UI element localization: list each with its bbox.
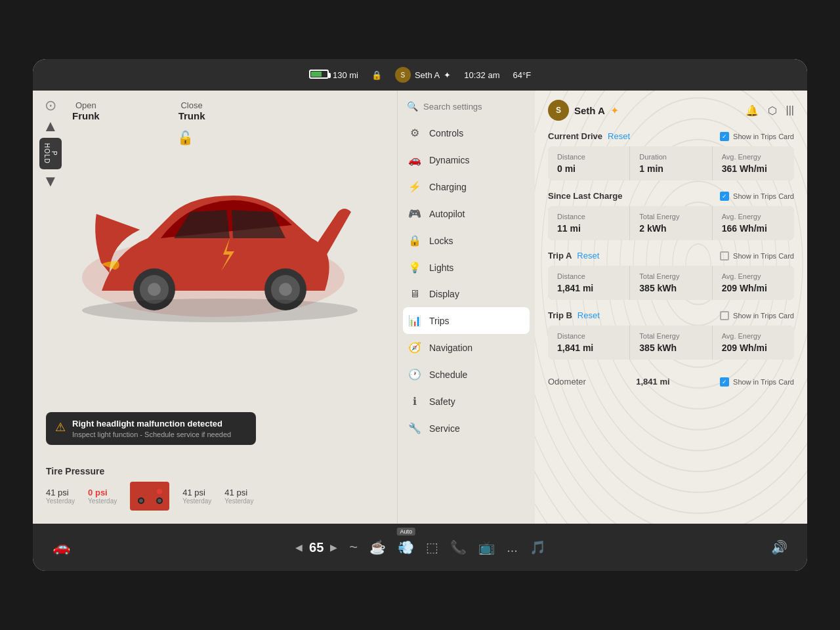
bottom-car-icon[interactable]: 🚗 xyxy=(52,539,70,556)
dynamics-icon: 🚗 xyxy=(408,154,421,166)
trip-b-avg-energy-cell: Avg. Energy 209 Wh/mi xyxy=(713,326,794,360)
current-drive-show-checkbox[interactable]: ✓ Show in Trips Card xyxy=(720,132,794,141)
volume-icon[interactable]: 🔊 xyxy=(771,539,788,555)
trip-a-avg-energy-value: 209 Wh/mi xyxy=(722,283,785,293)
menu-item-display[interactable]: 🖥 Display xyxy=(398,281,535,307)
locks-icon: 🔒 xyxy=(408,234,421,247)
trip-b-distance-value: 1,841 mi xyxy=(557,343,620,353)
coffee-icon[interactable]: ☕ xyxy=(369,539,386,555)
menu-item-dynamics[interactable]: 🚗 Dynamics xyxy=(398,146,535,173)
tire-fl-sub: Yesterday xyxy=(46,497,75,505)
trip-b-header: Trip B Reset Show in Trips Card xyxy=(548,310,794,320)
frunk-action: Open xyxy=(72,100,100,110)
since-distance-value: 11 mi xyxy=(557,223,620,234)
trip-a-checkbox-icon xyxy=(720,251,729,261)
since-avg-energy-value: 166 Wh/mi xyxy=(722,223,785,234)
trip-b-total-energy-label: Total Energy xyxy=(639,332,702,340)
call-icon[interactable]: 📞 xyxy=(450,539,467,555)
menu-item-safety[interactable]: ℹ Safety xyxy=(398,388,535,415)
bell-icon[interactable]: 🔔 xyxy=(746,104,759,117)
current-duration-label: Duration xyxy=(639,153,702,161)
username: Seth A xyxy=(574,105,605,116)
current-energy-cell: Avg. Energy 361 Wh/mi xyxy=(713,146,794,180)
fan-icon[interactable]: 💨 xyxy=(398,540,414,555)
tire-pressure-section: Tire Pressure 41 psi Yesterday 0 psi Yes… xyxy=(46,466,368,511)
since-charge-show-checkbox[interactable]: ✓ Show in Trips Card xyxy=(720,192,794,201)
trip-a-reset-button[interactable]: Reset xyxy=(577,251,599,261)
temp-decrease-button[interactable]: ◀ xyxy=(295,542,303,553)
menu-list: ⚙ Controls 🚗 Dynamics ⚡ Charging 🎮 Autop… xyxy=(398,119,535,442)
navigation-icon: 🧭 xyxy=(408,341,421,354)
trip-a-stats: Distance 1,841 mi Total Energy 385 kWh A… xyxy=(548,266,794,300)
autopilot-icon: 🎮 xyxy=(408,207,421,220)
since-charge-header: Since Last Charge ✓ Show in Trips Card xyxy=(548,191,794,201)
menu-item-controls[interactable]: ⚙ Controls xyxy=(398,119,535,146)
service-icon: 🔧 xyxy=(408,422,421,434)
right-header: S Seth A ✦ 🔔 ⬡ ||| xyxy=(548,100,794,121)
menu-item-trips[interactable]: 📊 Trips xyxy=(403,307,530,334)
display-icon: 🖥 xyxy=(408,288,421,300)
menu-item-service[interactable]: 🔧 Service xyxy=(398,415,535,442)
menu-item-navigation[interactable]: 🧭 Navigation xyxy=(398,334,535,361)
since-charge-title: Since Last Charge xyxy=(548,191,622,201)
autopilot-label: Autopilot xyxy=(429,209,465,219)
tire-rl: 41 psi Yesterday xyxy=(182,488,211,505)
display-label: Display xyxy=(429,289,459,299)
charging-icon: ⚡ xyxy=(408,180,421,193)
current-energy-label: Avg. Energy xyxy=(722,153,785,161)
menu-item-schedule[interactable]: 🕐 Schedule xyxy=(398,361,535,388)
search-input[interactable] xyxy=(423,102,526,112)
bottom-bar: 🚗 ◀ 65 ▶ ~ ☕ Auto 💨 ⬚ 📞 📺 ... 🎵 🔊 xyxy=(33,524,807,571)
trip-a-total-energy-cell: Total Energy 385 kWh xyxy=(630,266,711,300)
heat-icon[interactable]: ~ xyxy=(349,539,358,556)
lights-icon: 💡 xyxy=(408,261,421,274)
menu-item-charging[interactable]: ⚡ Charging xyxy=(398,173,535,200)
trip-b-show-checkbox[interactable]: Show in Trips Card xyxy=(720,311,794,320)
svg-point-10 xyxy=(139,499,143,503)
status-bar: 130 mi 🔒 S Seth A ✦ 10:32 am 64°F xyxy=(33,59,807,91)
header-icons: 🔔 ⬡ ||| xyxy=(746,104,794,117)
trip-b-avg-energy-label: Avg. Energy xyxy=(722,332,785,340)
status-avatar: S xyxy=(395,67,411,83)
trip-b-show-label: Show in Trips Card xyxy=(733,312,794,320)
trip-b-total-energy-value: 385 kWh xyxy=(639,343,702,353)
since-charge-section: Since Last Charge ✓ Show in Trips Card D… xyxy=(548,191,794,240)
middle-panel: 🔍 ⚙ Controls 🚗 Dynamics ⚡ Charging 🎮 xyxy=(397,91,535,524)
signal-icon: ||| xyxy=(786,104,794,117)
status-star-icon: ✦ xyxy=(444,70,451,80)
trip-b-reset-button[interactable]: Reset xyxy=(578,310,600,320)
music-icon[interactable]: 🎵 xyxy=(530,539,546,555)
svg-point-11 xyxy=(158,499,161,503)
screen-icon[interactable]: 📺 xyxy=(478,539,495,555)
trip-b-title: Trip B xyxy=(548,310,572,320)
temperature-value: 65 xyxy=(309,540,324,555)
menu-item-lights[interactable]: 💡 Lights xyxy=(398,254,535,281)
trip-b-distance-cell: Distance 1,841 mi xyxy=(548,326,629,360)
safety-label: Safety xyxy=(429,396,455,407)
bottom-center: ◀ 65 ▶ ~ ☕ Auto 💨 ⬚ 📞 📺 ... 🎵 xyxy=(295,539,546,556)
defrost-rear-icon[interactable]: ⬚ xyxy=(426,539,438,555)
locks-label: Locks xyxy=(429,236,453,246)
bottom-right: 🔊 xyxy=(771,539,788,555)
current-distance-label: Distance xyxy=(557,153,620,161)
trip-a-show-checkbox[interactable]: Show in Trips Card xyxy=(720,251,794,261)
menu-item-locks[interactable]: 🔒 Locks xyxy=(398,227,535,254)
trip-a-distance-value: 1,841 mi xyxy=(557,283,620,293)
current-drive-reset-button[interactable]: Reset xyxy=(608,131,630,141)
current-distance-cell: Distance 0 mi xyxy=(548,146,629,180)
tesla-screen: 130 mi 🔒 S Seth A ✦ 10:32 am 64°F ⊙ ▲ PH… xyxy=(33,59,807,571)
odometer-show-checkbox[interactable]: ✓ Show in Trips Card xyxy=(720,377,794,387)
menu-item-autopilot[interactable]: 🎮 Autopilot xyxy=(398,200,535,227)
tire-pressure-title: Tire Pressure xyxy=(46,466,368,476)
alert-box: ⚠ Right headlight malfunction detected I… xyxy=(46,412,256,445)
more-icon[interactable]: ... xyxy=(507,540,518,555)
bluetooth-icon[interactable]: ⬡ xyxy=(768,104,777,117)
search-icon: 🔍 xyxy=(407,101,418,112)
status-user-info: S Seth A ✦ xyxy=(395,67,451,83)
temp-increase-button[interactable]: ▶ xyxy=(330,542,337,553)
trip-a-title: Trip A xyxy=(548,251,572,261)
schedule-label: Schedule xyxy=(429,369,467,380)
user-block: S Seth A ✦ xyxy=(548,100,619,121)
tire-pressure-icon: ⊙ xyxy=(45,97,56,114)
odometer-label: Odometer xyxy=(548,377,586,387)
